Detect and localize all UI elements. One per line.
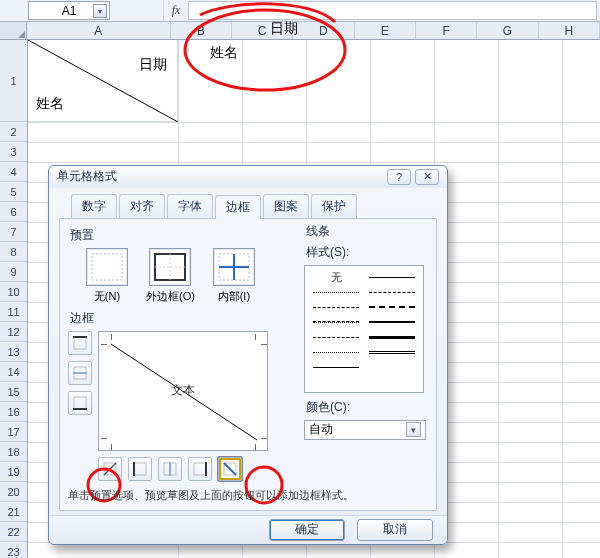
row-header[interactable]: 7 [0, 222, 27, 242]
row-header[interactable]: 15 [0, 382, 27, 402]
row-header[interactable]: 23 [0, 542, 27, 558]
row-headers: 1 2 3 4 5 6 7 8 9 10 11 12 13 14 15 16 1… [0, 40, 28, 558]
border-diag-down-button[interactable] [218, 457, 242, 481]
svg-rect-18 [134, 463, 146, 475]
border-right-button[interactable] [188, 457, 212, 481]
line-style[interactable] [311, 300, 361, 315]
svg-line-25 [224, 463, 236, 475]
row-header[interactable]: 20 [0, 482, 27, 502]
row-header[interactable]: 14 [0, 362, 27, 382]
border-top-button[interactable] [68, 331, 92, 355]
row-header[interactable]: 10 [0, 282, 27, 302]
column-header-E[interactable]: E [355, 22, 416, 39]
svg-line-17 [104, 463, 116, 475]
tab-font[interactable]: 字体 [167, 194, 213, 218]
line-style[interactable] [311, 315, 361, 330]
svg-rect-2 [92, 254, 122, 280]
row-header[interactable]: 4 [0, 162, 27, 182]
line-style[interactable] [311, 285, 361, 300]
line-style[interactable] [367, 345, 417, 360]
line-style[interactable] [311, 360, 361, 375]
row-header[interactable]: 8 [0, 242, 27, 262]
column-header-D[interactable]: D [293, 22, 354, 39]
line-style[interactable] [367, 330, 417, 345]
column-header-G[interactable]: G [477, 22, 538, 39]
line-style[interactable] [311, 345, 361, 360]
dialog-titlebar[interactable]: 单元格格式 ? ✕ [49, 166, 447, 188]
formula-bar: A1 ▾ fx [0, 0, 600, 22]
dialog-title: 单元格格式 [57, 168, 117, 185]
row-header[interactable]: 19 [0, 462, 27, 482]
chevron-down-icon: ▾ [406, 422, 421, 437]
tab-pattern[interactable]: 图案 [263, 194, 309, 218]
row-header[interactable]: 5 [0, 182, 27, 202]
preview-text: 文本 [171, 382, 195, 399]
row-header[interactable]: 3 [0, 142, 27, 162]
border-left-button[interactable] [128, 457, 152, 481]
format-cells-dialog: 单元格格式 ? ✕ 数字 对齐 字体 边框 图案 保护 预置 无(N) 外边框(… [48, 165, 448, 545]
annotation-date-text: 日期 [270, 20, 298, 38]
row-header[interactable]: 9 [0, 262, 27, 282]
line-style[interactable] [367, 300, 417, 315]
ok-button[interactable]: 确定 [269, 519, 345, 541]
preset-outline[interactable]: 外边框(O) [146, 248, 195, 304]
column-header-F[interactable]: F [416, 22, 477, 39]
row-header[interactable]: 11 [0, 302, 27, 322]
row-header[interactable]: 22 [0, 522, 27, 542]
tab-number[interactable]: 数字 [71, 194, 117, 218]
preset-none[interactable]: 无(N) [86, 248, 128, 304]
colour-label: 颜色(C): [306, 399, 426, 416]
line-style[interactable] [367, 285, 417, 300]
line-style-none[interactable]: 无 [311, 270, 361, 285]
column-headers: A B C D E F G H [0, 22, 600, 40]
close-button[interactable]: ✕ [415, 169, 439, 185]
row-header[interactable]: 21 [0, 502, 27, 522]
line-style-list[interactable]: 无 [304, 265, 424, 393]
column-header-H[interactable]: H [539, 22, 600, 39]
tab-strip: 数字 对齐 字体 边框 图案 保护 [59, 194, 437, 219]
name-box-value: A1 [62, 4, 77, 18]
cell-A1-date-label: 日期 [139, 56, 167, 74]
svg-rect-13 [74, 397, 86, 409]
line-group-label: 线条 [306, 223, 426, 240]
row-header[interactable]: 17 [0, 422, 27, 442]
preset-inside[interactable]: 内部(I) [213, 248, 255, 304]
line-colour-dropdown[interactable]: 自动 ▾ [304, 420, 426, 440]
svg-rect-9 [74, 337, 86, 349]
name-box[interactable]: A1 ▾ [28, 1, 110, 20]
cell-A1[interactable]: 日期 姓名 [28, 40, 178, 122]
tab-protect[interactable]: 保护 [311, 194, 357, 218]
border-bottom-button[interactable] [68, 391, 92, 415]
row-header[interactable]: 1 [0, 40, 27, 122]
help-button[interactable]: ? [387, 169, 411, 185]
tab-border[interactable]: 边框 [215, 195, 261, 219]
name-box-dropdown-icon[interactable]: ▾ [93, 4, 107, 18]
line-style[interactable] [311, 330, 361, 345]
svg-rect-22 [194, 463, 206, 475]
border-pane: 预置 无(N) 外边框(O) 内部(I) 边框 [59, 219, 437, 511]
column-header-A[interactable]: A [27, 22, 171, 39]
dialog-footer: 确定 取消 [49, 515, 447, 544]
row-header[interactable]: 2 [0, 122, 27, 142]
line-style[interactable] [367, 315, 417, 330]
row-header[interactable]: 13 [0, 342, 27, 362]
row-header[interactable]: 16 [0, 402, 27, 422]
select-all-corner[interactable] [0, 22, 27, 39]
fx-icon[interactable]: fx [164, 0, 188, 21]
line-style[interactable] [367, 270, 417, 285]
annotation-name-text: 姓名 [210, 44, 238, 62]
tab-align[interactable]: 对齐 [119, 194, 165, 218]
style-label: 样式(S): [306, 244, 426, 261]
row-header[interactable]: 12 [0, 322, 27, 342]
border-vmiddle-button[interactable] [158, 457, 182, 481]
formula-input[interactable] [188, 1, 597, 20]
border-hmiddle-button[interactable] [68, 361, 92, 385]
border-hint-text: 单击预置选项、预览草图及上面的按钮可以添加边框样式。 [68, 488, 428, 503]
border-preview[interactable]: 文本 [98, 331, 268, 451]
cancel-button[interactable]: 取消 [357, 519, 433, 541]
border-diag-up-button[interactable] [98, 457, 122, 481]
column-header-B[interactable]: B [171, 22, 232, 39]
formula-bar-gap [110, 0, 164, 21]
row-header[interactable]: 6 [0, 202, 27, 222]
row-header[interactable]: 18 [0, 442, 27, 462]
